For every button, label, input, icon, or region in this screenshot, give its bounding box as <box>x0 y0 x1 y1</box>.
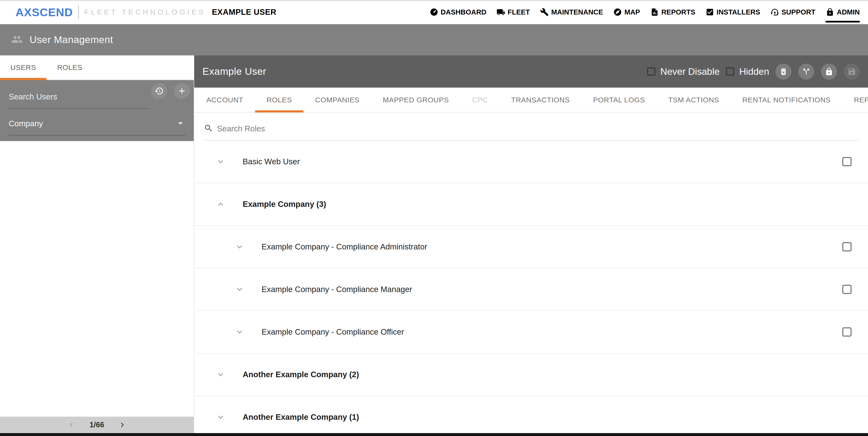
company-select[interactable]: Company <box>9 112 186 135</box>
nav-item-dashboard[interactable]: DASHBOARD <box>430 0 487 24</box>
main-header: Example User Never Disable Hidden <box>194 56 868 88</box>
role-checkbox[interactable] <box>842 242 851 251</box>
plus-icon <box>177 87 186 96</box>
main-header-actions: Never Disable Hidden <box>647 64 860 79</box>
nav-item-label: MAP <box>624 8 640 16</box>
brand-divider <box>78 5 79 19</box>
role-row-another-example-company-2: Another Example Company (2) <box>194 354 868 396</box>
search-roles-input[interactable]: Search Roles <box>203 112 859 141</box>
split-button[interactable] <box>798 64 814 79</box>
chevron-down-icon <box>216 157 226 167</box>
window-bottom-edge <box>0 433 868 436</box>
search-users-input[interactable]: Search Users <box>9 86 149 109</box>
role-row-example-company-compliance-officer: Example Company - Compliance Officer <box>194 311 868 354</box>
role-name: Another Example Company (1) <box>243 412 359 422</box>
pagination-next-button[interactable] <box>118 420 127 430</box>
role-row-example-company-3: Example Company (3) <box>194 183 868 226</box>
page-title: User Management <box>30 34 113 45</box>
role-checkbox[interactable] <box>842 327 851 337</box>
sidebar-panel-buttons <box>151 83 190 99</box>
top-nav: DASHBOARDFLEETMAINTENANCEMAPREPORTSINSTA… <box>430 0 860 24</box>
main-tab-portal-logs[interactable]: PORTAL LOGS <box>582 88 657 112</box>
role-row-example-company-compliance-administrator: Example Company - Compliance Administrat… <box>194 226 868 268</box>
main-tab-tsm-actions[interactable]: TSM ACTIONS <box>657 88 731 112</box>
main-tab-account[interactable]: ACCOUNT <box>195 88 255 112</box>
header-action-buttons <box>775 64 860 79</box>
app-window: AXSCEND FLEET TECHNOLOGIES EXAMPLE USER … <box>0 0 868 436</box>
search-icon <box>204 124 213 133</box>
main-tab-transactions[interactable]: TRANSACTIONS <box>499 88 581 112</box>
nav-item-label: DASHBOARD <box>441 8 487 16</box>
nav-item-reports[interactable]: REPORTS <box>650 0 695 24</box>
sidebar-tab-users[interactable]: USERS <box>0 56 46 79</box>
main-tab-cpc: CPC <box>460 88 499 112</box>
nav-item-maintenance[interactable]: MAINTENANCE <box>540 0 603 24</box>
role-expand-button[interactable] <box>216 369 226 380</box>
main-tab-reports[interactable]: REPORTS <box>842 88 868 112</box>
role-name: Example Company - Compliance Manager <box>261 285 412 294</box>
sidebar: USERSROLES Search Users Company 1/66 <box>0 56 194 436</box>
lock-button[interactable] <box>821 64 837 79</box>
truck-icon <box>496 8 505 16</box>
role-expand-button[interactable] <box>216 412 226 422</box>
top-bar: AXSCEND FLEET TECHNOLOGIES EXAMPLE USER … <box>0 0 868 24</box>
company-select-label: Company <box>9 119 43 128</box>
never-disable-checkbox-field[interactable]: Never Disable <box>647 66 719 77</box>
brand-logo: AXSCEND <box>16 6 73 19</box>
chevron-left-icon <box>67 420 76 430</box>
wrench-icon <box>540 8 549 16</box>
sidebar-pagination: 1/66 <box>0 417 194 433</box>
report-icon <box>650 8 659 16</box>
restore-icon <box>155 87 164 96</box>
save-button[interactable] <box>844 64 860 79</box>
main-tab-roles[interactable]: ROLES <box>255 88 304 112</box>
dropdown-arrow-icon <box>175 118 186 129</box>
hidden-checkbox-field[interactable]: Hidden <box>726 66 769 77</box>
role-checkbox[interactable] <box>842 285 851 294</box>
chevron-down-icon <box>216 369 226 380</box>
chevron-down-icon <box>216 412 226 422</box>
never-disable-checkbox[interactable] <box>647 67 655 76</box>
content-body: USERSROLES Search Users Company 1/66 <box>0 56 868 436</box>
never-disable-label: Never Disable <box>660 66 719 77</box>
main-tab-companies[interactable]: COMPANIES <box>304 88 371 112</box>
pagination-prev-button[interactable] <box>67 420 76 430</box>
nav-item-map[interactable]: MAP <box>613 0 640 24</box>
role-expand-button[interactable] <box>216 157 226 167</box>
role-expand-button[interactable] <box>235 242 245 252</box>
sidebar-tab-roles[interactable]: ROLES <box>46 56 93 79</box>
nav-item-label: REPORTS <box>661 8 695 16</box>
main-tab-rental-notifications[interactable]: RENTAL NOTIFICATIONS <box>731 88 842 112</box>
nav-item-support[interactable]: SUPPORT <box>770 0 815 24</box>
chevron-down-icon <box>235 327 245 337</box>
brand-tagline: FLEET TECHNOLOGIES <box>84 8 206 16</box>
add-user-button[interactable] <box>174 83 190 99</box>
hidden-checkbox[interactable] <box>726 67 734 76</box>
split-icon <box>802 67 811 76</box>
search-users-placeholder: Search Users <box>9 92 57 101</box>
role-row-basic-web-user: Basic Web User <box>194 141 868 183</box>
nav-item-label: FLEET <box>507 8 530 16</box>
nav-item-installers[interactable]: INSTALLERS <box>706 0 760 24</box>
main-tabs: ACCOUNTROLESCOMPANIESMAPPED GROUPSCPCTRA… <box>194 88 868 112</box>
window-top-edge <box>0 0 868 1</box>
trash-x-icon <box>779 67 788 76</box>
history-button[interactable] <box>151 83 167 99</box>
nav-item-admin[interactable]: ADMIN <box>826 0 860 24</box>
role-list: Basic Web UserExample Company (3)Example… <box>194 141 868 436</box>
role-expand-button[interactable] <box>216 199 226 209</box>
delete-button[interactable] <box>775 64 792 79</box>
nav-item-fleet[interactable]: FLEET <box>496 0 530 24</box>
pagination-label: 1/66 <box>90 421 104 429</box>
role-row-example-company-compliance-manager: Example Company - Compliance Manager <box>194 268 868 311</box>
headset-icon <box>770 8 779 16</box>
role-row-another-example-company-1: Another Example Company (1) <box>194 396 868 436</box>
role-expand-button[interactable] <box>235 327 245 337</box>
role-name: Example Company - Compliance Officer <box>261 327 404 337</box>
search-roles-placeholder: Search Roles <box>217 124 265 133</box>
role-expand-button[interactable] <box>235 284 245 295</box>
main-panel: Example User Never Disable Hidden ACCOUN… <box>194 56 868 436</box>
role-checkbox[interactable] <box>842 157 851 166</box>
role-name: Basic Web User <box>243 157 300 166</box>
main-tab-mapped-groups[interactable]: MAPPED GROUPS <box>371 88 460 112</box>
